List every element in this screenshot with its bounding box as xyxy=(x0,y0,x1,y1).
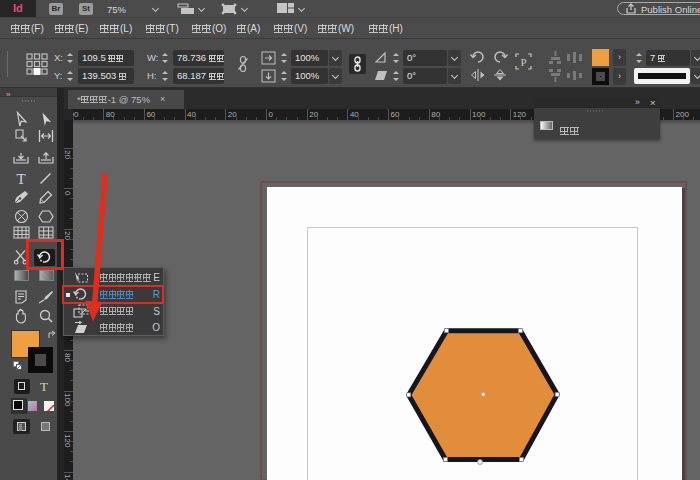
svg-text:P: P xyxy=(520,56,526,68)
